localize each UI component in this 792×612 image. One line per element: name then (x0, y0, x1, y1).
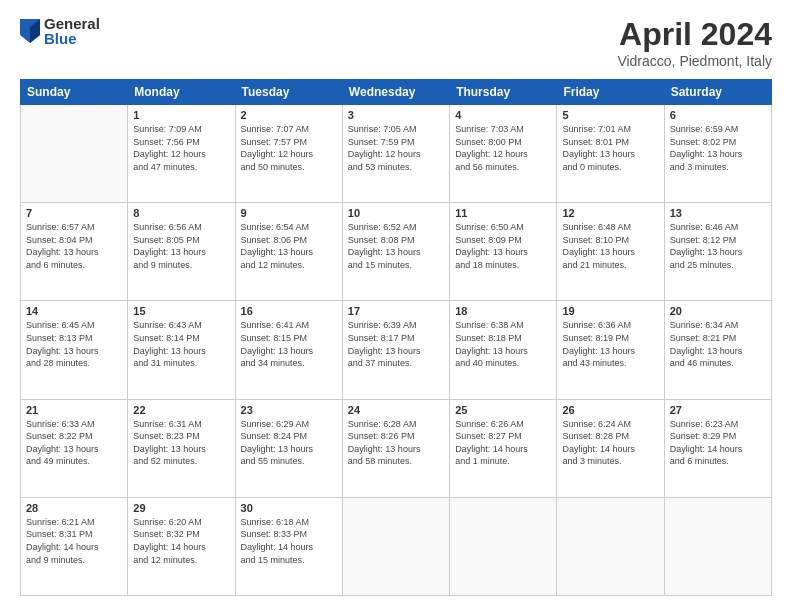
calendar-cell: 26Sunrise: 6:24 AM Sunset: 8:28 PM Dayli… (557, 399, 664, 497)
day-info: Sunrise: 6:29 AM Sunset: 8:24 PM Dayligh… (241, 418, 337, 468)
day-info: Sunrise: 6:33 AM Sunset: 8:22 PM Dayligh… (26, 418, 122, 468)
day-number: 6 (670, 109, 766, 121)
day-number: 17 (348, 305, 444, 317)
day-info: Sunrise: 6:54 AM Sunset: 8:06 PM Dayligh… (241, 221, 337, 271)
day-number: 24 (348, 404, 444, 416)
day-number: 23 (241, 404, 337, 416)
calendar-cell: 23Sunrise: 6:29 AM Sunset: 8:24 PM Dayli… (235, 399, 342, 497)
day-info: Sunrise: 6:56 AM Sunset: 8:05 PM Dayligh… (133, 221, 229, 271)
day-number: 16 (241, 305, 337, 317)
calendar-cell: 6Sunrise: 6:59 AM Sunset: 8:02 PM Daylig… (664, 105, 771, 203)
day-info: Sunrise: 6:36 AM Sunset: 8:19 PM Dayligh… (562, 319, 658, 369)
day-number: 25 (455, 404, 551, 416)
col-header-thursday: Thursday (450, 80, 557, 105)
calendar-cell: 25Sunrise: 6:26 AM Sunset: 8:27 PM Dayli… (450, 399, 557, 497)
col-header-monday: Monday (128, 80, 235, 105)
week-row-5: 28Sunrise: 6:21 AM Sunset: 8:31 PM Dayli… (21, 497, 772, 595)
day-number: 1 (133, 109, 229, 121)
day-number: 26 (562, 404, 658, 416)
calendar-cell: 4Sunrise: 7:03 AM Sunset: 8:00 PM Daylig… (450, 105, 557, 203)
day-number: 10 (348, 207, 444, 219)
calendar-cell: 15Sunrise: 6:43 AM Sunset: 8:14 PM Dayli… (128, 301, 235, 399)
day-info: Sunrise: 6:45 AM Sunset: 8:13 PM Dayligh… (26, 319, 122, 369)
calendar-cell (21, 105, 128, 203)
calendar-cell: 13Sunrise: 6:46 AM Sunset: 8:12 PM Dayli… (664, 203, 771, 301)
calendar-table: Sunday Monday Tuesday Wednesday Thursday… (20, 79, 772, 596)
day-number: 13 (670, 207, 766, 219)
day-info: Sunrise: 7:07 AM Sunset: 7:57 PM Dayligh… (241, 123, 337, 173)
calendar-cell: 12Sunrise: 6:48 AM Sunset: 8:10 PM Dayli… (557, 203, 664, 301)
calendar-cell: 1Sunrise: 7:09 AM Sunset: 7:56 PM Daylig… (128, 105, 235, 203)
day-number: 19 (562, 305, 658, 317)
logo-text: General Blue (44, 16, 100, 46)
calendar-cell: 5Sunrise: 7:01 AM Sunset: 8:01 PM Daylig… (557, 105, 664, 203)
day-info: Sunrise: 6:59 AM Sunset: 8:02 PM Dayligh… (670, 123, 766, 173)
day-number: 2 (241, 109, 337, 121)
day-info: Sunrise: 6:24 AM Sunset: 8:28 PM Dayligh… (562, 418, 658, 468)
calendar-cell: 21Sunrise: 6:33 AM Sunset: 8:22 PM Dayli… (21, 399, 128, 497)
calendar-cell: 10Sunrise: 6:52 AM Sunset: 8:08 PM Dayli… (342, 203, 449, 301)
page: General Blue April 2024 Vidracco, Piedmo… (0, 0, 792, 612)
calendar-cell: 30Sunrise: 6:18 AM Sunset: 8:33 PM Dayli… (235, 497, 342, 595)
day-info: Sunrise: 6:41 AM Sunset: 8:15 PM Dayligh… (241, 319, 337, 369)
day-number: 8 (133, 207, 229, 219)
day-number: 30 (241, 502, 337, 514)
week-row-1: 1Sunrise: 7:09 AM Sunset: 7:56 PM Daylig… (21, 105, 772, 203)
calendar-cell: 11Sunrise: 6:50 AM Sunset: 8:09 PM Dayli… (450, 203, 557, 301)
calendar-cell: 16Sunrise: 6:41 AM Sunset: 8:15 PM Dayli… (235, 301, 342, 399)
calendar-cell: 19Sunrise: 6:36 AM Sunset: 8:19 PM Dayli… (557, 301, 664, 399)
day-info: Sunrise: 6:31 AM Sunset: 8:23 PM Dayligh… (133, 418, 229, 468)
calendar-cell: 17Sunrise: 6:39 AM Sunset: 8:17 PM Dayli… (342, 301, 449, 399)
col-header-saturday: Saturday (664, 80, 771, 105)
day-number: 28 (26, 502, 122, 514)
calendar-header-row: Sunday Monday Tuesday Wednesday Thursday… (21, 80, 772, 105)
col-header-friday: Friday (557, 80, 664, 105)
calendar-cell: 24Sunrise: 6:28 AM Sunset: 8:26 PM Dayli… (342, 399, 449, 497)
day-info: Sunrise: 7:05 AM Sunset: 7:59 PM Dayligh… (348, 123, 444, 173)
day-info: Sunrise: 6:57 AM Sunset: 8:04 PM Dayligh… (26, 221, 122, 271)
page-title: April 2024 (617, 16, 772, 53)
day-info: Sunrise: 6:38 AM Sunset: 8:18 PM Dayligh… (455, 319, 551, 369)
day-info: Sunrise: 7:09 AM Sunset: 7:56 PM Dayligh… (133, 123, 229, 173)
logo-icon (20, 19, 40, 43)
logo: General Blue (20, 16, 100, 46)
col-header-sunday: Sunday (21, 80, 128, 105)
day-number: 18 (455, 305, 551, 317)
calendar-cell: 2Sunrise: 7:07 AM Sunset: 7:57 PM Daylig… (235, 105, 342, 203)
day-number: 29 (133, 502, 229, 514)
day-number: 7 (26, 207, 122, 219)
calendar-cell: 20Sunrise: 6:34 AM Sunset: 8:21 PM Dayli… (664, 301, 771, 399)
day-info: Sunrise: 6:48 AM Sunset: 8:10 PM Dayligh… (562, 221, 658, 271)
day-info: Sunrise: 6:39 AM Sunset: 8:17 PM Dayligh… (348, 319, 444, 369)
page-subtitle: Vidracco, Piedmont, Italy (617, 53, 772, 69)
week-row-3: 14Sunrise: 6:45 AM Sunset: 8:13 PM Dayli… (21, 301, 772, 399)
calendar-cell (664, 497, 771, 595)
day-info: Sunrise: 6:21 AM Sunset: 8:31 PM Dayligh… (26, 516, 122, 566)
col-header-tuesday: Tuesday (235, 80, 342, 105)
day-info: Sunrise: 6:26 AM Sunset: 8:27 PM Dayligh… (455, 418, 551, 468)
day-info: Sunrise: 6:18 AM Sunset: 8:33 PM Dayligh… (241, 516, 337, 566)
day-info: Sunrise: 7:03 AM Sunset: 8:00 PM Dayligh… (455, 123, 551, 173)
day-number: 9 (241, 207, 337, 219)
day-info: Sunrise: 6:46 AM Sunset: 8:12 PM Dayligh… (670, 221, 766, 271)
day-number: 21 (26, 404, 122, 416)
day-number: 5 (562, 109, 658, 121)
day-number: 20 (670, 305, 766, 317)
calendar-cell: 29Sunrise: 6:20 AM Sunset: 8:32 PM Dayli… (128, 497, 235, 595)
day-number: 15 (133, 305, 229, 317)
day-number: 11 (455, 207, 551, 219)
col-header-wednesday: Wednesday (342, 80, 449, 105)
calendar-cell (557, 497, 664, 595)
day-number: 12 (562, 207, 658, 219)
logo-blue-text: Blue (44, 31, 100, 46)
week-row-4: 21Sunrise: 6:33 AM Sunset: 8:22 PM Dayli… (21, 399, 772, 497)
day-info: Sunrise: 7:01 AM Sunset: 8:01 PM Dayligh… (562, 123, 658, 173)
day-info: Sunrise: 6:52 AM Sunset: 8:08 PM Dayligh… (348, 221, 444, 271)
calendar-cell: 9Sunrise: 6:54 AM Sunset: 8:06 PM Daylig… (235, 203, 342, 301)
day-info: Sunrise: 6:34 AM Sunset: 8:21 PM Dayligh… (670, 319, 766, 369)
day-number: 4 (455, 109, 551, 121)
day-info: Sunrise: 6:43 AM Sunset: 8:14 PM Dayligh… (133, 319, 229, 369)
day-info: Sunrise: 6:50 AM Sunset: 8:09 PM Dayligh… (455, 221, 551, 271)
day-info: Sunrise: 6:20 AM Sunset: 8:32 PM Dayligh… (133, 516, 229, 566)
calendar-cell: 18Sunrise: 6:38 AM Sunset: 8:18 PM Dayli… (450, 301, 557, 399)
